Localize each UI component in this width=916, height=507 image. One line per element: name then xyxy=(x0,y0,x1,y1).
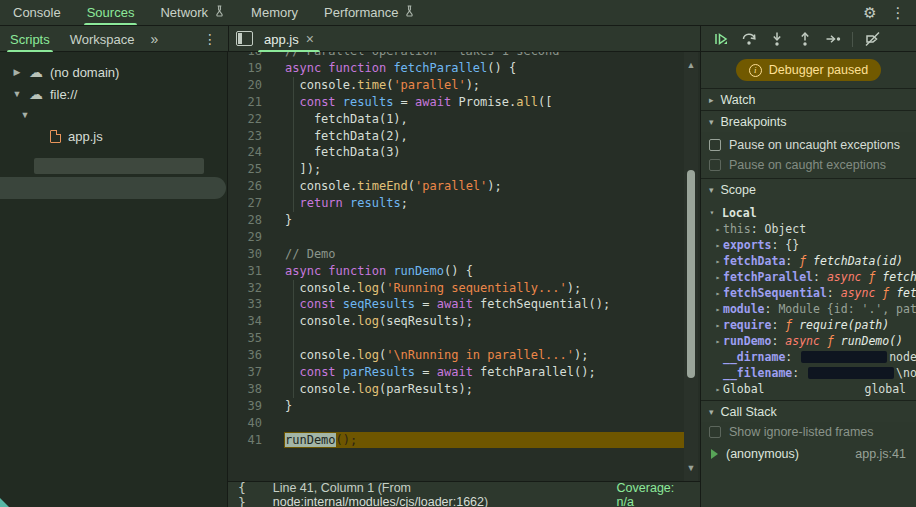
chevron-right-icon[interactable]: ▸ xyxy=(713,385,723,394)
line-number[interactable]: 24 xyxy=(228,144,284,161)
code-line[interactable]: 38 console.log(parResults); xyxy=(228,381,686,398)
scope-row-fetchParallel[interactable]: ▸fetchParallel: async ƒ fetchParallel() xyxy=(701,269,916,285)
line-number[interactable]: 27 xyxy=(228,195,284,212)
tree-item-appjs[interactable]: app.js xyxy=(50,126,103,146)
code-line[interactable]: 40 xyxy=(228,415,686,432)
code-line[interactable]: 31async function runDemo() { xyxy=(228,263,686,280)
section-scope[interactable]: ▾ Scope xyxy=(701,178,916,200)
tree-item-folder[interactable]: ▼ xyxy=(20,105,30,125)
line-number[interactable]: 20 xyxy=(228,77,284,94)
scope-row-this[interactable]: ▸this: Object xyxy=(701,221,916,237)
code-line[interactable]: 23 fetchData(2), xyxy=(228,128,686,145)
code-editor[interactable]: 18 // Parallel operation - takes 1 secon… xyxy=(228,52,700,481)
code-line[interactable]: 30// Demo xyxy=(228,246,686,263)
close-tab-icon[interactable]: × xyxy=(306,31,314,47)
chevron-down-icon[interactable]: ▾ xyxy=(709,407,714,417)
chevron-right-icon[interactable]: ▸ xyxy=(713,337,723,346)
settings-gear-icon[interactable]: ⚙ xyxy=(858,2,882,24)
more-tabs-chevron-icon[interactable]: » xyxy=(145,31,165,47)
panel-tab-memory[interactable]: Memory xyxy=(238,0,311,25)
line-number[interactable]: 33 xyxy=(228,296,284,313)
line-number[interactable]: 29 xyxy=(228,229,284,246)
chevron-right-icon[interactable]: ▸ xyxy=(713,305,723,314)
chevron-down-icon[interactable]: ▾ xyxy=(707,208,717,217)
source-map-link[interactable]: node:internal/modules/cjs/loader:1662 xyxy=(273,495,484,507)
code-line[interactable]: 21 const results = await Promise.all([ xyxy=(228,94,686,111)
toggle-navigator-icon[interactable] xyxy=(236,31,253,46)
line-number[interactable]: 39 xyxy=(228,398,284,415)
code-line[interactable]: 37 const parResults = await fetchParalle… xyxy=(228,364,686,381)
chevron-right-icon[interactable]: ▸ xyxy=(713,273,723,282)
chevron-right-icon[interactable]: ▸ xyxy=(713,321,723,330)
scope-row-__dirname[interactable]: __dirname: nodejs xyxy=(701,349,916,365)
resume-script-button[interactable] xyxy=(710,29,732,49)
line-number[interactable]: 36 xyxy=(228,347,284,364)
deactivate-breakpoints-button[interactable] xyxy=(861,29,883,49)
line-number[interactable]: 28 xyxy=(228,212,284,229)
line-number[interactable]: 26 xyxy=(228,178,284,195)
step-into-button[interactable] xyxy=(766,29,788,49)
code-line[interactable]: 39} xyxy=(228,398,686,415)
line-number[interactable]: 38 xyxy=(228,381,284,398)
scope-row-module[interactable]: ▸module: Module {id: '.', path xyxy=(701,301,916,317)
chevron-down-icon[interactable]: ▼ xyxy=(12,89,22,99)
panel-tab-sources[interactable]: Sources xyxy=(74,0,148,25)
pause-uncaught-checkbox[interactable] xyxy=(709,139,721,151)
navigator-kebab-icon[interactable]: ⋮ xyxy=(198,26,222,52)
code-line[interactable]: 26 console.timeEnd('parallel'); xyxy=(228,178,686,195)
chevron-down-icon[interactable]: ▾ xyxy=(709,185,714,195)
line-number[interactable]: 25 xyxy=(228,161,284,178)
section-watch[interactable]: ▸ Watch xyxy=(701,88,916,110)
pretty-print-icon[interactable]: { } xyxy=(238,480,263,507)
line-number[interactable]: 23 xyxy=(228,128,284,145)
panel-tab-console[interactable]: Console xyxy=(0,0,74,25)
scope-local-header[interactable]: ▾ Local xyxy=(701,204,916,221)
chevron-right-icon[interactable]: ▸ xyxy=(713,225,723,234)
tree-item-no-domain[interactable]: ▶ ☁ (no domain) xyxy=(12,62,119,82)
code-line[interactable]: 20 console.time('parallel'); xyxy=(228,77,686,94)
tab-workspace[interactable]: Workspace xyxy=(60,26,145,52)
call-stack-frame[interactable]: (anonymous) app.js:41 xyxy=(701,445,916,463)
line-number[interactable]: 19 xyxy=(228,60,284,77)
code-line[interactable]: 32 console.log('Running sequentially...'… xyxy=(228,280,686,297)
code-line[interactable]: 34 console.log(seqResults); xyxy=(228,313,686,330)
line-number[interactable]: 22 xyxy=(228,111,284,128)
code-line[interactable]: 22 fetchData(1), xyxy=(228,111,686,128)
chevron-right-icon[interactable]: ▸ xyxy=(709,95,714,105)
code-line[interactable]: 33 const seqResults = await fetchSequent… xyxy=(228,296,686,313)
line-number[interactable]: 40 xyxy=(228,415,284,432)
scroll-up-icon[interactable]: ▲ xyxy=(684,60,698,70)
editor-scrollbar[interactable]: ▲ ▼ xyxy=(684,52,698,481)
code-line[interactable]: 19async function fetchParallel() { xyxy=(228,60,686,77)
line-number[interactable]: 30 xyxy=(228,246,284,263)
scope-row-__filename[interactable]: __filename: \nodejs xyxy=(701,365,916,381)
scope-row-fetchData[interactable]: ▸fetchData: ƒ fetchData(id) xyxy=(701,253,916,269)
code-line[interactable]: 28} xyxy=(228,212,686,229)
step-over-button[interactable] xyxy=(738,29,760,49)
scroll-down-icon[interactable]: ▼ xyxy=(684,463,698,473)
line-number[interactable]: 37 xyxy=(228,364,284,381)
main-menu-kebab-icon[interactable]: ⋮ xyxy=(886,2,910,24)
chevron-down-icon[interactable]: ▾ xyxy=(709,117,714,127)
scope-row-require[interactable]: ▸require: ƒ require(path) xyxy=(701,317,916,333)
scope-row-runDemo[interactable]: ▸runDemo: async ƒ runDemo() xyxy=(701,333,916,349)
line-number[interactable]: 41 xyxy=(228,432,284,449)
line-number[interactable]: 21 xyxy=(228,94,284,111)
section-call-stack[interactable]: ▾ Call Stack xyxy=(701,400,916,422)
tab-scripts[interactable]: Scripts xyxy=(0,26,60,52)
ignore-listed-checkbox[interactable] xyxy=(709,426,721,438)
step-button[interactable] xyxy=(822,29,844,49)
chevron-right-icon[interactable]: ▸ xyxy=(713,241,723,250)
code-line[interactable]: 35 xyxy=(228,330,686,347)
chevron-right-icon[interactable]: ▶ xyxy=(12,67,22,77)
editor-tab-appjs[interactable]: app.js × xyxy=(256,26,322,52)
step-out-button[interactable] xyxy=(794,29,816,49)
panel-tab-network[interactable]: Network xyxy=(147,0,238,25)
code-line[interactable]: 25 ]); xyxy=(228,161,686,178)
code-line[interactable]: 29 xyxy=(228,229,686,246)
scope-row-fetchSequential[interactable]: ▸fetchSequential: async ƒ fetchSequentia… xyxy=(701,285,916,301)
tree-item-file-scheme[interactable]: ▼ ☁ file:// xyxy=(12,84,77,104)
code-line[interactable]: 36 console.log('\nRunning in parallel...… xyxy=(228,347,686,364)
chevron-right-icon[interactable]: ▸ xyxy=(713,289,723,298)
line-number[interactable]: 31 xyxy=(228,263,284,280)
